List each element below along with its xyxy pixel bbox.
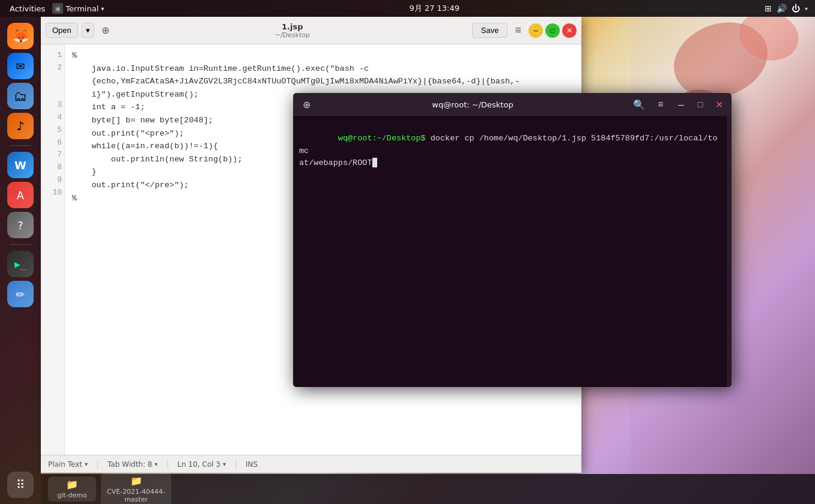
help-icon: ? bbox=[17, 219, 23, 232]
terminal-title: wq@root: ~/Desktop bbox=[432, 100, 513, 109]
gedit-icon: ✏ bbox=[16, 288, 25, 301]
new-document-button[interactable]: ⊕ bbox=[98, 22, 113, 38]
dock-item-rhythmbox[interactable]: ♪ bbox=[7, 113, 34, 139]
topbar-app-name[interactable]: Terminal ▾ bbox=[65, 4, 104, 13]
cursor-position[interactable]: Ln 10, Col 3 ▾ bbox=[178, 460, 226, 469]
editor-title: 1.jsp ~/Desktop bbox=[275, 22, 310, 39]
tab-width-label: Tab Width: 8 bbox=[108, 460, 152, 469]
insert-mode-label: INS bbox=[246, 460, 258, 469]
appstore-icon: A bbox=[17, 189, 24, 202]
taskbar-item-gitdemo[interactable]: 📁 git-demo bbox=[48, 476, 96, 502]
position-label: Ln 10, Col 3 bbox=[178, 460, 221, 469]
power-icon: ⏻ bbox=[792, 4, 800, 13]
volume-icon: 🔊 bbox=[777, 4, 787, 13]
editor-titlebar-right: Save ≡ – □ ✕ bbox=[472, 22, 577, 39]
topbar-arrow-icon[interactable]: ▾ bbox=[805, 5, 808, 12]
firefox-icon: 🦊 bbox=[13, 29, 29, 44]
editor-menu-button[interactable]: ≡ bbox=[510, 22, 526, 39]
language-label: Plain Text bbox=[48, 460, 82, 469]
terminal-body: wq@root:~/Desktop$ docker cp /home/wq/De… bbox=[293, 116, 732, 387]
dock-item-help[interactable]: ? bbox=[7, 212, 34, 238]
rhythmbox-icon: ♪ bbox=[17, 119, 25, 133]
tab-width-chevron: ▾ bbox=[154, 461, 157, 467]
dock-item-files[interactable]: 🗂 bbox=[7, 83, 34, 109]
language-chevron: ▾ bbox=[85, 461, 88, 467]
topbar-datetime: 9月 27 13:49 bbox=[409, 3, 459, 14]
insert-mode: INS bbox=[246, 460, 258, 469]
line-numbers: 1 2 3 4 5 6 7 8 9 10 bbox=[41, 44, 65, 455]
dock: 🦊 ✉ 🗂 ♪ W A ? ▶_ ✏ ⠿ bbox=[0, 17, 41, 504]
terminal-titlebar: ⊕ wq@root: ~/Desktop 🔍 ≡ – □ ✕ bbox=[293, 93, 732, 116]
terminal-prompt: wq@root:~/Desktop$ bbox=[338, 134, 426, 143]
dock-item-gedit[interactable]: ✏ bbox=[7, 281, 34, 307]
terminal-cursor bbox=[372, 158, 377, 167]
taskbar-item-cve[interactable]: 📁 CVE-2021-40444-master bbox=[101, 473, 171, 505]
taskbar-gitdemo-label: git-demo bbox=[57, 491, 87, 499]
terminal-line-1: wq@root:~/Desktop$ docker cp /home/wq/De… bbox=[299, 121, 721, 181]
taskbar-cve-label: CVE-2021-40444-master bbox=[107, 488, 165, 503]
tab-width-selector[interactable]: Tab Width: 8 ▾ bbox=[108, 460, 158, 469]
statusbar-sep-3 bbox=[235, 460, 236, 469]
editor-titlebar: Open ▾ ⊕ 1.jsp ~/Desktop Save ≡ – □ ✕ bbox=[41, 17, 581, 44]
dock-item-appstore[interactable]: A bbox=[7, 182, 34, 208]
dock-item-firefox[interactable]: 🦊 bbox=[7, 23, 34, 49]
terminal-scrollbar[interactable] bbox=[727, 116, 732, 387]
language-selector[interactable]: Plain Text ▾ bbox=[48, 460, 88, 469]
dock-item-writer[interactable]: W bbox=[7, 152, 34, 178]
editor-close-button[interactable]: ✕ bbox=[562, 23, 577, 38]
terminal-maximize-button[interactable]: □ bbox=[693, 97, 707, 112]
activities-button[interactable]: Activities bbox=[5, 3, 50, 14]
terminal-new-tab-button[interactable]: ⊕ bbox=[298, 96, 315, 113]
dock-divider-1 bbox=[10, 145, 31, 146]
dock-item-terminal[interactable]: ▶_ bbox=[7, 251, 34, 277]
taskbar: 📁 git-demo 📁 CVE-2021-40444-master bbox=[41, 474, 815, 504]
topbar: Activities ▣ Terminal ▾ 9月 27 13:49 ⊞ 🔊 … bbox=[0, 0, 815, 17]
grid-icon: ⠿ bbox=[16, 478, 25, 492]
dock-item-grid[interactable]: ⠿ bbox=[7, 472, 34, 498]
terminal-titlebar-icons: 🔍 ≡ – □ ✕ bbox=[631, 96, 727, 113]
position-chevron: ▾ bbox=[223, 461, 226, 467]
statusbar-sep-2 bbox=[168, 460, 168, 469]
dock-divider-2 bbox=[10, 244, 31, 245]
terminal-minimize-button[interactable]: – bbox=[674, 97, 688, 112]
open-dropdown-button[interactable]: ▾ bbox=[82, 23, 94, 38]
network-icon: ⊞ bbox=[765, 4, 772, 13]
save-button[interactable]: Save bbox=[472, 23, 508, 38]
taskbar-cve-icon: 📁 bbox=[130, 475, 142, 487]
editor-filepath: ~/Desktop bbox=[275, 31, 310, 39]
taskbar-gitdemo-icon: 📁 bbox=[66, 479, 78, 490]
editor-filename: 1.jsp bbox=[282, 22, 303, 31]
statusbar-sep-1 bbox=[97, 460, 98, 469]
terminal-window: ⊕ wq@root: ~/Desktop 🔍 ≡ – □ ✕ wq@root:~… bbox=[293, 93, 732, 387]
dock-bottom: ⠿ bbox=[7, 472, 34, 498]
open-button[interactable]: Open bbox=[46, 23, 78, 38]
thunderbird-icon: ✉ bbox=[16, 60, 25, 73]
writer-icon: W bbox=[14, 159, 26, 172]
terminal-search-button[interactable]: 🔍 bbox=[631, 96, 647, 113]
dock-item-thunderbird[interactable]: ✉ bbox=[7, 53, 34, 79]
editor-minimize-button[interactable]: – bbox=[529, 23, 543, 38]
editor-statusbar: Plain Text ▾ Tab Width: 8 ▾ Ln 10, Col 3… bbox=[41, 455, 581, 473]
files-icon: 🗂 bbox=[14, 89, 27, 104]
editor-maximize-button[interactable]: □ bbox=[545, 23, 560, 38]
terminal-close-button[interactable]: ✕ bbox=[712, 97, 727, 112]
terminal-content[interactable]: wq@root:~/Desktop$ docker cp /home/wq/De… bbox=[293, 116, 727, 387]
editor-titlebar-left: Open ▾ ⊕ bbox=[46, 22, 113, 38]
terminal-dock-icon: ▶_ bbox=[14, 259, 26, 270]
terminal-menu-button[interactable]: ≡ bbox=[652, 96, 669, 113]
terminal-icon: ▣ bbox=[52, 3, 63, 14]
